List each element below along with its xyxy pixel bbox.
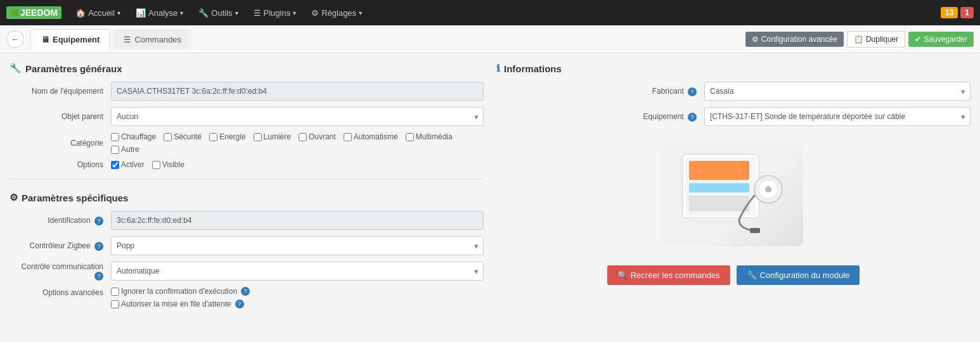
sub-toolbar: ← 🖥 Equipement ☰ Commandes ⚙ Configurati…	[0, 25, 980, 53]
fabricant-row: Fabricant ? Casaia ▾	[496, 82, 970, 101]
opt2-help-icon[interactable]: ?	[235, 300, 244, 308]
cat-chauffage-checkbox[interactable]	[111, 133, 119, 141]
cat-lumiere-checkbox[interactable]	[254, 133, 262, 141]
controle-comm-select-wrapper: Automatique ▾	[111, 262, 484, 281]
controle-comm-label: Contrôle communication ?	[10, 262, 111, 281]
equipement-select-wrapper: [CTHS-317-ET] Sonde de température dépor…	[704, 107, 970, 126]
opt-activer[interactable]: Activer	[111, 160, 145, 169]
info-buttons: 🔍 Recréer les commandes 🔧 Configuration …	[496, 265, 970, 285]
chevron-down-icon: ▾	[359, 10, 362, 16]
cat-multimedia[interactable]: Multimédia	[406, 132, 453, 141]
controleur-help-icon[interactable]: ?	[94, 242, 103, 251]
opt-ignore-confirmation[interactable]: Ignorer la confirmation d'exécution ?	[111, 287, 250, 296]
objet-parent-select[interactable]: Aucun	[111, 107, 484, 126]
copy-icon: 📋	[854, 35, 863, 44]
cat-chauffage[interactable]: Chauffage	[111, 132, 156, 141]
fabricant-label: Fabricant ?	[652, 87, 704, 96]
btn-sauvegarder[interactable]: ✔ Sauvegarder	[908, 32, 974, 47]
controle-comm-select[interactable]: Automatique	[111, 262, 484, 281]
specific-params-section: ⚙ Paramètres spécifiques Identification …	[10, 192, 484, 308]
controleur-select[interactable]: Popp	[111, 236, 484, 255]
opt-file-attente[interactable]: Autoriser la mise en file d'attente ?	[111, 300, 250, 308]
general-params-header: 🔧 Paramètres généraux	[10, 63, 484, 74]
controleur-row: Contrôleur Zigbee ? Popp ▾	[10, 236, 484, 255]
equipement-help-icon[interactable]: ?	[688, 113, 697, 122]
cat-autre-checkbox[interactable]	[111, 146, 119, 154]
chevron-down-icon: ▾	[235, 10, 238, 16]
nav-reglages[interactable]: ⚙ Réglages ▾	[304, 0, 370, 25]
btn-module-config[interactable]: 🔧 Configuration du module	[737, 265, 860, 285]
brand: 🌿 JEEDOM	[6, 6, 61, 19]
main-content: 🔧 Paramètres généraux Nom de l'équipemen…	[0, 53, 980, 324]
plugin-icon: ☰	[254, 8, 261, 18]
equipement-select[interactable]: [CTHS-317-ET] Sonde de température dépor…	[704, 107, 970, 126]
product-image	[664, 145, 803, 246]
back-icon: ←	[11, 34, 20, 44]
nav-outils[interactable]: 🔧 Outils ▾	[191, 0, 245, 25]
logo-letter: 🌿	[10, 9, 19, 17]
badge-orange[interactable]: 13	[941, 7, 958, 18]
logo[interactable]: 🌿 JEEDOM	[6, 6, 61, 19]
tab-equipment[interactable]: 🖥 Equipement	[30, 29, 110, 49]
options-avancees-group: Ignorer la confirmation d'exécution ? Au…	[111, 287, 250, 308]
tab-commands[interactable]: ☰ Commandes	[113, 29, 192, 49]
cat-securite[interactable]: Sécurité	[164, 132, 202, 141]
identification-row: Identification ?	[10, 211, 484, 230]
controle-comm-help-icon[interactable]: ?	[94, 272, 103, 281]
cog-icon: ⚙	[10, 192, 18, 203]
nom-equipement-input[interactable]	[111, 82, 484, 101]
btn-dupliquer[interactable]: 📋 Dupliquer	[847, 31, 905, 48]
objet-parent-row: Objet parent Aucun ▾	[10, 107, 484, 126]
nav-analyse[interactable]: 📊 Analyse ▾	[128, 0, 191, 25]
cat-automatisme[interactable]: Automatisme	[344, 132, 398, 141]
btn-recreer-commandes[interactable]: 🔍 Recréer les commandes	[607, 265, 730, 285]
options-checkbox-group: Activer Visible	[111, 160, 184, 169]
equipement-info-label: Equipement ?	[643, 112, 704, 122]
opt-file-attente-checkbox[interactable]	[111, 300, 119, 308]
wrench-icon: 🔧	[198, 8, 209, 18]
product-svg	[670, 148, 797, 243]
chart-icon: 📊	[136, 8, 146, 18]
nav-plugins[interactable]: ☰ Plugins ▾	[246, 0, 304, 25]
home-icon: 🏠	[75, 8, 86, 18]
save-icon: ✔	[915, 35, 921, 44]
opt-ignore-confirmation-checkbox[interactable]	[111, 288, 119, 296]
left-panel: 🔧 Paramètres généraux Nom de l'équipemen…	[10, 63, 484, 315]
opt-visible[interactable]: Visible	[152, 160, 184, 169]
equipment-icon: 🖥	[41, 35, 49, 44]
wrench-icon: 🔧	[747, 270, 757, 280]
cat-energie-checkbox[interactable]	[209, 133, 217, 141]
svg-point-7	[765, 186, 771, 193]
wrench-icon: 🔧	[10, 63, 22, 74]
fabricant-select[interactable]: Casaia	[704, 82, 970, 101]
cat-lumiere[interactable]: Lumière	[254, 132, 291, 141]
cat-ouvrant[interactable]: Ouvrant	[299, 132, 336, 141]
config-icon: ⚙	[752, 35, 759, 44]
objet-parent-select-wrapper: Aucun ▾	[111, 107, 484, 126]
identification-help-icon[interactable]: ?	[94, 217, 103, 225]
categorie-checkbox-group: Chauffage Sécurité Energie Lumière Ouvra…	[111, 132, 484, 154]
cat-energie[interactable]: Energie	[209, 132, 245, 141]
nav-accueil[interactable]: 🏠 Accueil ▾	[68, 0, 128, 25]
options-label: Options	[10, 160, 111, 169]
info-icon: ℹ	[496, 63, 500, 74]
options-avancees-label: Options avancées	[10, 287, 111, 297]
opt1-help-icon[interactable]: ?	[241, 287, 250, 296]
cat-securite-checkbox[interactable]	[164, 133, 172, 141]
navbar: 🌿 JEEDOM 🏠 Accueil ▾ 📊 Analyse ▾ 🔧 Outil…	[0, 0, 980, 25]
opt-visible-checkbox[interactable]	[152, 161, 160, 169]
gear-icon: ⚙	[311, 8, 319, 18]
btn-config-avancee[interactable]: ⚙ Configuration avancée	[745, 32, 844, 47]
logo-text: JEEDOM	[20, 8, 58, 18]
cat-autre[interactable]: Autre	[111, 145, 139, 154]
badge-red[interactable]: 1	[960, 7, 974, 18]
objet-parent-label: Objet parent	[10, 112, 111, 121]
back-button[interactable]: ←	[6, 30, 24, 48]
cat-multimedia-checkbox[interactable]	[406, 133, 414, 141]
commands-icon: ☰	[124, 35, 131, 44]
cat-automatisme-checkbox[interactable]	[344, 133, 352, 141]
cat-ouvrant-checkbox[interactable]	[299, 133, 307, 141]
chevron-down-icon: ▾	[117, 10, 120, 16]
fabricant-help-icon[interactable]: ?	[688, 87, 697, 96]
opt-activer-checkbox[interactable]	[111, 161, 119, 169]
